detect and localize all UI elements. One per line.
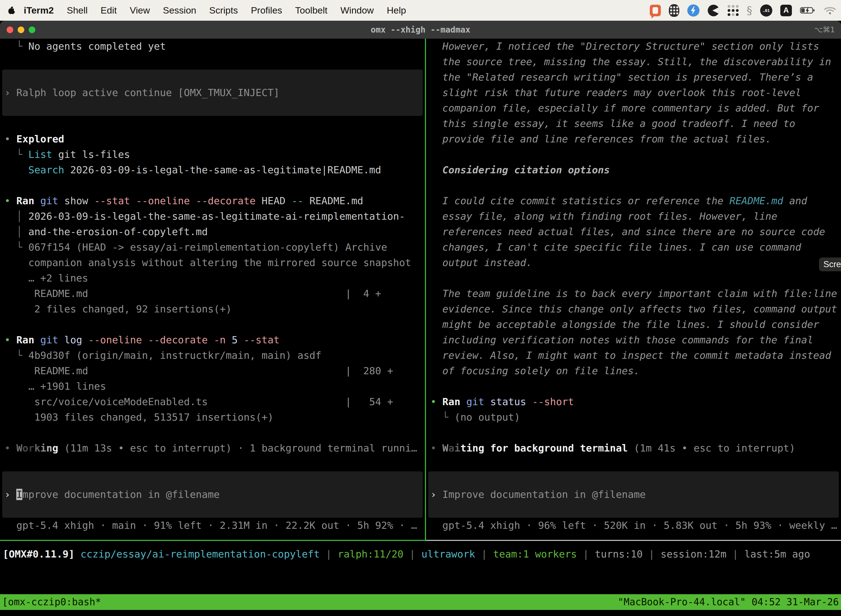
terminal-line: the source tree, missing the essay. Stil… [426, 54, 841, 70]
terminal-line: 1903 files changed, 513517 insertions(+) [0, 409, 425, 425]
ralph-loop-box[interactable]: › Ralph loop active continue [OMX_TMUX_I… [2, 70, 423, 116]
menu-status-icons: §..61A [650, 0, 836, 21]
window-shortcut-badge: ⌥⌘1 [814, 25, 835, 34]
terminal-line: └ 4b9d30f (origin/main, instructkr/main,… [0, 348, 425, 363]
iterm-window: omx --xhigh --madmax ⌥⌘1 └ No agents com… [0, 21, 841, 616]
terminal-line: output instead. [426, 255, 841, 270]
terminal-line: │ 2026-03-09-is-legal-the-same-as-legiti… [0, 209, 425, 224]
terminal-line: • Waiting for background terminal (1m 41… [426, 440, 841, 456]
dots-grid-icon[interactable] [728, 5, 738, 16]
terminal-line: However, I noticed the "Directory Struct… [426, 39, 841, 54]
terminal-line: review. Also, I might want to inspect th… [426, 348, 841, 363]
terminal-line: README.md | 4 + [0, 286, 425, 301]
terminal-line: │ and-the-erosion-of-copyleft.md [0, 224, 425, 239]
input-source-icon[interactable]: A [780, 5, 792, 16]
terminal-line: gpt-5.4 xhigh · main · 91% left · 2.31M … [0, 518, 425, 533]
terminal-line: └ List git ls-files [0, 147, 425, 162]
menu-item-iterm2[interactable]: iTerm2 [24, 5, 54, 16]
battery-icon[interactable] [800, 6, 816, 15]
minimize-button[interactable] [18, 26, 24, 33]
right-terminal-pane[interactable]: However, I noticed the "Directory Struct… [426, 39, 841, 540]
terminal-line: › Improve documentation in @filename [2, 487, 220, 502]
terminal-line: companion analysis without altering the … [0, 255, 425, 270]
terminal-line: provide file and line references from th… [426, 131, 841, 147]
terminal-line: • Working (11m 13s • esc to interrupt) ·… [0, 440, 425, 456]
terminal-line: evidence. Since this change only affects… [426, 301, 841, 317]
terminal-line: might be acceptable alongside the file l… [426, 317, 841, 332]
terminal-line: this single essay, it seems like a good … [426, 116, 841, 131]
tmux-status-bar: [omx-cczip0:bash* "MacBook-Pro-44.local"… [0, 594, 841, 610]
terminal-line: including verification notes with those … [426, 332, 841, 348]
terminal-line: [OMX#0.11.9] cczip/essay/ai-reimplementa… [0, 546, 841, 562]
terminal-line: companion file, especially if more comme… [426, 100, 841, 116]
menu-item-profiles[interactable]: Profiles [251, 5, 282, 16]
menu-item-shell[interactable]: Shell [67, 5, 88, 16]
terminal-line: • Ran git show --stat --oneline --decora… [0, 193, 425, 209]
terminal-line: 2 files changed, 92 insertions(+) [0, 301, 425, 317]
terminal-line: › Improve documentation in @filename [428, 487, 646, 502]
terminal-line: README.md | 280 + [0, 363, 425, 378]
terminal-line: The team guideline is to back every impo… [426, 286, 841, 301]
tmux-host-clock: "MacBook-Pro-44.local" 04:52 31-Mar-26 [618, 594, 839, 610]
menu-item-toolbelt[interactable]: Toolbelt [295, 5, 328, 16]
prompt-input[interactable]: › Improve documentation in @filename [2, 471, 423, 518]
terminal-line: src/voice/voiceModeEnabled.ts | 54 + [0, 394, 425, 409]
shield-app-icon[interactable] [669, 4, 679, 17]
window-title: omx --xhigh --madmax [371, 25, 470, 35]
terminal-line: └ 067f154 (HEAD -> essay/ai-reimplementa… [0, 239, 425, 255]
traffic-lights [7, 21, 35, 39]
badge-app-icon[interactable] [687, 4, 699, 16]
terminal-line: › Ralph loop active continue [OMX_TMUX_I… [2, 85, 280, 100]
terminal-line: the "Related research writing" section i… [426, 70, 841, 85]
terminal-line: changes, I can't cite specific file line… [426, 239, 841, 255]
pane-bottom-separator [0, 540, 841, 541]
terminal-line: Search 2026-03-09-is-legal-the-same-as-l… [0, 162, 425, 178]
terminal-line: • Ran git status --short [426, 394, 841, 409]
terminal-line: • Explored [0, 131, 425, 147]
timer-badge-icon[interactable]: ..61 [760, 4, 772, 16]
hook-app-icon[interactable]: § [747, 4, 752, 17]
wifi-icon[interactable] [824, 6, 836, 15]
left-terminal-pane[interactable]: └ No agents completed yet› Ralph loop ac… [0, 39, 425, 540]
macos-menu-bar: iTerm2ShellEditViewSessionScriptsProfile… [0, 0, 841, 21]
menu-item-help[interactable]: Help [387, 5, 406, 16]
omx-status-line: [OMX#0.11.9] cczip/essay/ai-reimplementa… [0, 546, 841, 562]
terminal-line: • Ran git log --oneline --decorate -n 5 … [0, 332, 425, 348]
screenshot-app-icon[interactable] [650, 5, 661, 16]
terminal-line: └ No agents completed yet [0, 39, 425, 54]
terminal-line: └ (no output) [426, 409, 841, 425]
apple-menu-icon[interactable] [8, 6, 15, 15]
window-titlebar: omx --xhigh --madmax ⌥⌘1 [0, 21, 841, 39]
terminal-area: └ No agents completed yet› Ralph loop ac… [0, 39, 841, 616]
terminal-line: slight risk that future readers may over… [426, 85, 841, 100]
menu-item-view[interactable]: View [130, 5, 150, 16]
pacman-app-icon[interactable] [708, 4, 719, 16]
terminal-line: … +2 lines [0, 270, 425, 286]
terminal-line: … +1901 lines [0, 378, 425, 394]
prompt-input[interactable]: › Improve documentation in @filename [428, 471, 839, 518]
menu-item-scripts[interactable]: Scripts [209, 5, 238, 16]
menu-item-edit[interactable]: Edit [101, 5, 117, 16]
terminal-line: essay file, along with finding root file… [426, 209, 841, 224]
terminal-line: Considering citation options [426, 162, 841, 178]
terminal-line: of focusing solely on file lines. [426, 363, 841, 378]
menu-item-window[interactable]: Window [340, 5, 374, 16]
tmux-window-name[interactable]: [omx-cczip0:bash* [2, 594, 101, 610]
menu-item-session[interactable]: Session [163, 5, 196, 16]
terminal-line: references need actual files, and since … [426, 224, 841, 239]
screen-overlay-button[interactable]: Scre [819, 258, 841, 271]
close-button[interactable] [7, 26, 13, 33]
terminal-line: gpt-5.4 xhigh · 96% left · 520K in · 5.8… [426, 518, 841, 533]
terminal-line: I could cite commit statistics or refere… [426, 193, 841, 209]
zoom-button[interactable] [29, 26, 35, 33]
menu-items: iTerm2ShellEditViewSessionScriptsProfile… [24, 5, 419, 16]
